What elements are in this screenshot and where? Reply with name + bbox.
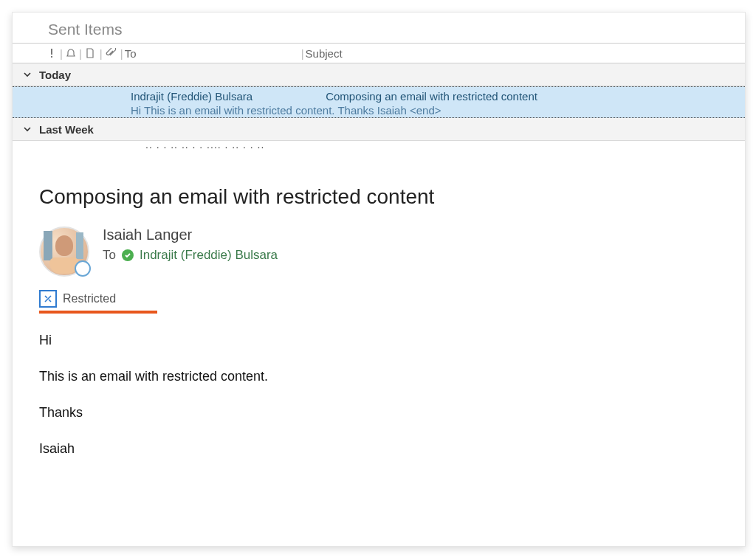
group-today-label: Today [39,69,71,81]
sensitivity-label[interactable]: Restricted [39,290,718,308]
row-to: Indrajit (Freddie) Bulsara [131,89,323,103]
reminder-icon[interactable] [64,48,78,58]
icon-column-icon[interactable] [83,48,97,58]
row-preview: Hi This is an email with restricted cont… [13,103,745,117]
restricted-icon [39,290,57,308]
svg-rect-1 [51,56,52,58]
presence-available-icon [122,249,134,261]
recipient-name[interactable]: Indrajit (Freddie) Bulsara [140,248,278,263]
column-header-row: | | | | To | Subject [13,43,745,63]
folder-title: Sent Items [13,13,745,43]
chevron-down-icon [23,70,32,79]
sender-avatar[interactable] [39,226,89,277]
group-lastweek-label: Last Week [39,123,94,136]
attachment-icon[interactable] [104,48,117,58]
to-label: To [103,248,116,263]
message-row-selected[interactable]: Indrajit (Freddie) Bulsara Composing an … [13,86,745,118]
message-body: Hi This is an email with restricted cont… [39,333,718,457]
column-subject[interactable]: Subject [306,47,343,60]
row-subject: Composing an email with restricted conte… [326,90,537,103]
sender-name: Isaiah Langer [103,226,278,243]
reading-pane: Composing an email with restricted conte… [13,153,745,457]
body-line: Thanks [39,405,718,421]
group-last-week[interactable]: Last Week [13,118,745,141]
column-to[interactable]: To [125,47,300,60]
chevron-down-icon [23,125,32,134]
annotation-underline [39,311,157,314]
message-subject: Composing an email with restricted conte… [39,185,718,209]
group-today[interactable]: Today [13,63,745,86]
message-header: Isaiah Langer To Indrajit (Freddie) Buls… [39,226,718,277]
body-line: Isaiah [39,441,718,457]
body-line: This is an email with restricted content… [39,369,718,384]
svg-rect-0 [51,49,52,55]
sensitivity-label-text: Restricted [63,292,116,305]
importance-icon[interactable] [45,48,58,58]
outlook-window: Sent Items | | | | To | Subject Today In… [12,12,746,547]
truncated-row: ·· · · ·· ·· · · ···· · ·· · · ·· [13,141,745,153]
body-line: Hi [39,333,718,348]
